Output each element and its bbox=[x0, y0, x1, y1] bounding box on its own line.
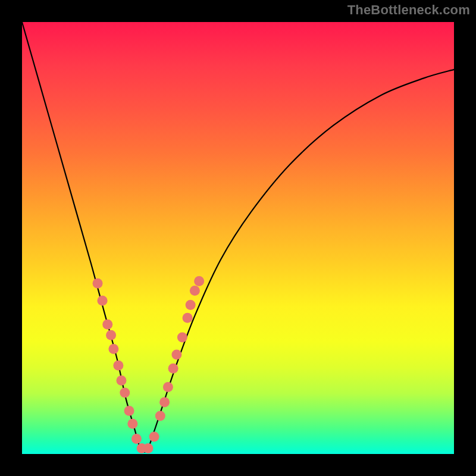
chart-frame: TheBottleneck.com bbox=[0, 0, 476, 476]
marker-dot bbox=[149, 431, 159, 441]
marker-dot bbox=[155, 411, 165, 421]
marker-dot bbox=[102, 320, 112, 330]
marker-dot bbox=[168, 364, 178, 374]
marker-dot bbox=[159, 397, 170, 407]
marker-dot bbox=[108, 344, 118, 354]
marker-dot bbox=[93, 278, 103, 289]
bottleneck-curve bbox=[22, 22, 454, 452]
marker-dot bbox=[186, 300, 196, 310]
marker-dot bbox=[183, 313, 193, 323]
marker-dot bbox=[116, 375, 126, 386]
marker-dot bbox=[171, 350, 181, 360]
marker-dot bbox=[131, 434, 142, 444]
curve-markers bbox=[93, 276, 205, 453]
marker-dot bbox=[163, 382, 173, 392]
watermark-text: TheBottleneck.com bbox=[347, 2, 470, 18]
marker-dot bbox=[98, 296, 108, 306]
marker-dot bbox=[177, 332, 187, 342]
marker-dot bbox=[127, 419, 137, 429]
marker-dot bbox=[106, 330, 116, 340]
chart-overlay-svg bbox=[22, 22, 454, 454]
marker-dot bbox=[113, 361, 123, 371]
marker-dot bbox=[124, 406, 134, 416]
marker-dot bbox=[190, 286, 200, 296]
marker-dot bbox=[120, 387, 130, 397]
marker-dot bbox=[194, 276, 204, 286]
marker-dot bbox=[143, 443, 153, 453]
